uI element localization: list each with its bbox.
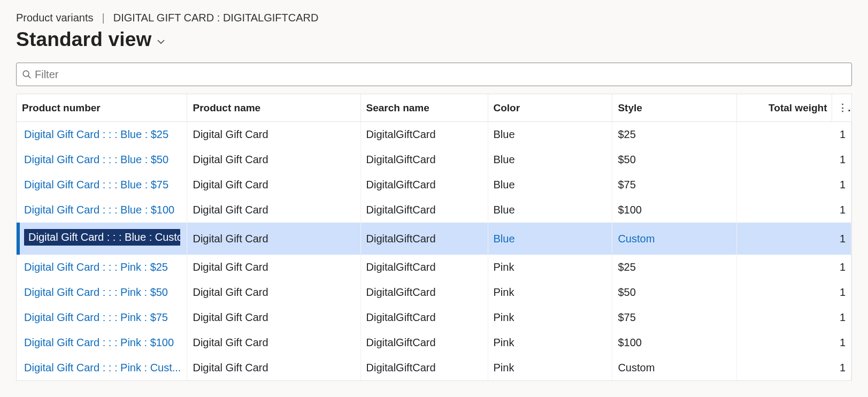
table-row[interactable]: Digital Gift Card : : : Blue : CustomDig… — [17, 223, 851, 255]
product-number-link[interactable]: Digital Gift Card : : : Pink : $50 — [24, 286, 168, 298]
product-number-link[interactable]: Digital Gift Card : : : Blue : $75 — [24, 179, 168, 190]
col-header-product-number[interactable]: Product number — [17, 94, 187, 122]
cell-color: Blue — [488, 147, 612, 172]
product-number-link[interactable]: Digital Gift Card : : : Pink : Cust... — [24, 362, 181, 373]
table-row[interactable]: Digital Gift Card : : : Blue : $100Digit… — [17, 197, 851, 223]
product-number-link[interactable]: Digital Gift Card : : : Blue : $100 — [24, 204, 174, 216]
cell-style: $100 — [612, 197, 737, 223]
cell-style: Custom — [612, 355, 737, 380]
chevron-down-icon — [156, 36, 166, 47]
page-title: Standard view — [16, 28, 151, 51]
product-number-link[interactable]: Digital Gift Card : : : Blue : $50 — [24, 154, 168, 165]
cell-color: Pink — [488, 280, 612, 305]
product-number-link[interactable]: Digital Gift Card : : : Pink : $100 — [24, 337, 174, 348]
col-header-style[interactable]: Style — [612, 94, 737, 122]
cell-search-name: DigitalGiftCard — [360, 305, 488, 330]
more-vertical-icon: ⋮ — [838, 102, 851, 113]
search-icon — [22, 70, 32, 79]
cell-product-name: Digital Gift Card — [187, 255, 360, 280]
col-header-search-name[interactable]: Search name — [360, 94, 488, 122]
col-header-product-name[interactable]: Product name — [187, 94, 360, 122]
cell-search-name: DigitalGiftCard — [360, 355, 488, 380]
column-options[interactable]: ⋮ — [832, 94, 851, 122]
svg-point-0 — [23, 71, 29, 77]
filter-field[interactable] — [16, 63, 852, 86]
cell-style: $100 — [612, 330, 737, 355]
col-header-total-weight[interactable]: Total weight — [737, 94, 832, 122]
cell-search-name: DigitalGiftCard — [360, 197, 488, 223]
table-row[interactable]: Digital Gift Card : : : Pink : $100Digit… — [17, 330, 851, 355]
cell-search-name: DigitalGiftCard — [360, 122, 488, 148]
cell-product-number[interactable]: Digital Gift Card : : : Pink : $25 — [17, 255, 187, 280]
cell-product-number[interactable]: Digital Gift Card : : : Blue : $100 — [17, 197, 187, 223]
cell-product-number[interactable]: Digital Gift Card : : : Pink : $100 — [17, 330, 187, 355]
product-number-link[interactable]: Digital Gift Card : : : Pink : $75 — [24, 311, 168, 323]
cell-product-name: Digital Gift Card — [187, 223, 360, 255]
cell-product-number[interactable]: Digital Gift Card : : : Pink : $50 — [17, 280, 187, 305]
cell-product-name: Digital Gift Card — [187, 147, 360, 172]
cell-product-name: Digital Gift Card — [187, 355, 360, 380]
cell-product-name: Digital Gift Card — [187, 122, 360, 148]
cell-style: $50 — [612, 280, 737, 305]
cell-search-name: DigitalGiftCard — [360, 280, 488, 305]
cell-style: $25 — [612, 122, 737, 148]
cell-style: $25 — [612, 255, 737, 280]
cell-color: Blue — [488, 223, 612, 255]
cell-total-weight: 1 — [737, 280, 851, 305]
cell-product-number[interactable]: Digital Gift Card : : : Pink : Cust... — [17, 355, 187, 380]
product-number-link[interactable]: Digital Gift Card : : : Blue : Custom — [24, 229, 180, 246]
cell-color: Blue — [488, 172, 612, 197]
cell-product-name: Digital Gift Card — [187, 197, 360, 223]
cell-total-weight: 1 — [737, 172, 851, 197]
cell-style: $50 — [612, 147, 737, 172]
cell-total-weight: 1 — [737, 197, 851, 223]
cell-product-name: Digital Gift Card — [187, 280, 360, 305]
cell-product-name: Digital Gift Card — [187, 305, 360, 330]
cell-color: Blue — [488, 122, 612, 148]
cell-product-number[interactable]: Digital Gift Card : : : Blue : $50 — [17, 147, 187, 172]
cell-product-name: Digital Gift Card — [187, 330, 360, 355]
cell-total-weight: 1 — [737, 330, 851, 355]
cell-product-name: Digital Gift Card — [187, 172, 360, 197]
cell-total-weight: 1 — [737, 305, 851, 330]
cell-search-name: DigitalGiftCard — [360, 255, 488, 280]
cell-style: $75 — [612, 172, 737, 197]
cell-color: Pink — [488, 330, 612, 355]
view-selector[interactable]: Standard view — [16, 28, 852, 51]
breadcrumb-detail: DIGITAL GIFT CARD : DIGITALGIFTCARD — [113, 12, 319, 24]
cell-total-weight: 1 — [737, 255, 851, 280]
cell-product-number[interactable]: Digital Gift Card : : : Pink : $75 — [17, 305, 187, 330]
product-number-link[interactable]: Digital Gift Card : : : Pink : $25 — [24, 261, 168, 273]
breadcrumb: Product variants | DIGITAL GIFT CARD : D… — [16, 12, 852, 24]
product-number-link[interactable]: Digital Gift Card : : : Blue : $25 — [24, 128, 168, 140]
cell-color: Pink — [488, 305, 612, 330]
table-row[interactable]: Digital Gift Card : : : Blue : $50Digita… — [17, 147, 851, 172]
header-row: Product number Product name Search name … — [17, 94, 851, 122]
cell-search-name: DigitalGiftCard — [360, 330, 488, 355]
cell-search-name: DigitalGiftCard — [360, 147, 488, 172]
cell-total-weight: 1 — [737, 223, 851, 255]
cell-search-name: DigitalGiftCard — [360, 223, 488, 255]
cell-product-number[interactable]: Digital Gift Card : : : Blue : $25 — [17, 122, 187, 148]
breadcrumb-separator: | — [102, 12, 105, 24]
cell-product-number[interactable]: Digital Gift Card : : : Blue : $75 — [17, 172, 187, 197]
table-row[interactable]: Digital Gift Card : : : Blue : $25Digita… — [17, 122, 851, 148]
table-row[interactable]: Digital Gift Card : : : Pink : Cust...Di… — [17, 355, 851, 380]
cell-color: Blue — [488, 197, 612, 223]
table-row[interactable]: Digital Gift Card : : : Blue : $75Digita… — [17, 172, 851, 197]
cell-total-weight: 1 — [737, 122, 851, 148]
table-row[interactable]: Digital Gift Card : : : Pink : $25Digita… — [17, 255, 851, 280]
cell-total-weight: 1 — [737, 147, 851, 172]
cell-total-weight: 1 — [737, 355, 851, 380]
table-row[interactable]: Digital Gift Card : : : Pink : $75Digita… — [17, 305, 851, 330]
filter-input[interactable] — [32, 68, 846, 81]
cell-product-number[interactable]: Digital Gift Card : : : Blue : Custom — [17, 223, 187, 255]
cell-search-name: DigitalGiftCard — [360, 172, 488, 197]
svg-line-1 — [28, 76, 31, 79]
breadcrumb-section[interactable]: Product variants — [16, 12, 94, 24]
col-header-color[interactable]: Color — [488, 94, 612, 122]
cell-color: Pink — [488, 355, 612, 380]
table-row[interactable]: Digital Gift Card : : : Pink : $50Digita… — [17, 280, 851, 305]
cell-color: Pink — [488, 255, 612, 280]
cell-style: Custom — [612, 223, 737, 255]
